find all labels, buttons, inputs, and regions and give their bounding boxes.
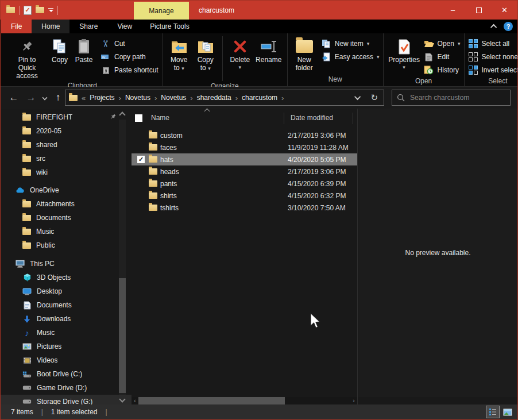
scroll-down-icon[interactable] [119, 396, 125, 402]
manage-contextual-tab[interactable]: Manage [134, 2, 189, 20]
address-dropdown-icon[interactable] [354, 94, 361, 100]
horizontal-scrollbar[interactable]: ‹ › [132, 397, 357, 404]
properties-button[interactable]: Properties ▾ [387, 36, 422, 71]
chevron-right-icon[interactable]: › [281, 94, 284, 102]
collapse-ribbon-icon[interactable] [490, 24, 497, 30]
sidebar-item-wiki[interactable]: wiki [1, 165, 132, 179]
file-row-pants[interactable]: pants 4/15/2020 6:39 PM [132, 178, 357, 190]
select-all-checkbox[interactable] [135, 114, 142, 122]
scroll-left-icon[interactable]: ‹ [132, 397, 138, 404]
file-row-hats[interactable]: ✓ hats 4/20/2020 5:05 PM [132, 153, 357, 165]
thumbnail-view-button[interactable] [501, 406, 515, 418]
search-box[interactable] [392, 90, 511, 106]
tab-picture-tools[interactable]: Picture Tools [142, 20, 197, 33]
tab-share[interactable]: Share [69, 20, 107, 33]
sidebar-item-music-onedrive[interactable]: Music [1, 225, 132, 238]
invert-selection-button[interactable]: Invert selection [468, 64, 518, 76]
breadcrumb-charcustom[interactable]: charcustom [242, 94, 277, 102]
tab-home[interactable]: Home [32, 20, 69, 33]
maximize-button[interactable] [466, 1, 492, 20]
column-divider[interactable] [353, 113, 353, 124]
file-row-shirts[interactable]: shirts 4/15/2020 6:32 PM [132, 190, 357, 202]
sidebar-item-src[interactable]: src [1, 152, 132, 165]
customize-dropdown-icon[interactable] [48, 8, 53, 12]
sidebar-item-2020-05[interactable]: 2020-05 [1, 124, 132, 138]
breadcrumb-projects[interactable]: Projects [90, 94, 114, 102]
paste-shortcut-button[interactable]: Paste shortcut [100, 64, 159, 76]
edit-button[interactable]: Edit [424, 51, 461, 63]
forward-button[interactable]: → [24, 87, 38, 109]
file-row-heads[interactable]: heads 2/17/2019 3:06 PM [132, 165, 357, 178]
row-checkbox-checked[interactable]: ✓ [137, 156, 145, 163]
details-view-button[interactable] [486, 406, 500, 418]
tab-view[interactable]: View [107, 20, 142, 33]
column-header-name[interactable]: Name [151, 114, 169, 122]
sidebar-item-documents-onedrive[interactable]: Documents [1, 211, 132, 225]
sidebar-item-public[interactable]: Public [1, 238, 132, 252]
sidebar-item-attachments[interactable]: Attachments [1, 197, 132, 211]
rename-button[interactable]: Rename [254, 36, 284, 65]
sidebar-item-desktop[interactable]: Desktop [1, 284, 132, 298]
sidebar-item-music[interactable]: ♪ Music [1, 326, 132, 340]
scroll-right-icon[interactable]: › [350, 397, 357, 404]
sidebar-item-game-drive-d[interactable]: Game Drive (D:) [1, 381, 132, 395]
chevron-right-icon[interactable]: › [154, 94, 157, 102]
copy-path-button[interactable]: W... Copy path [100, 51, 159, 63]
scrollbar-track[interactable] [138, 397, 350, 404]
search-input[interactable] [410, 94, 496, 102]
new-folder-icon[interactable] [36, 7, 44, 13]
copy-to-button[interactable]: Copyto ▾ [192, 36, 219, 73]
sidebar-item-storage-drive-g[interactable]: Storage Drive (G:) [1, 395, 132, 404]
file-row-custom[interactable]: custom 2/17/2019 3:06 PM [132, 129, 357, 141]
scrollbar-thumb[interactable] [119, 278, 126, 393]
refresh-icon[interactable]: ↻ [370, 93, 378, 103]
breadcrumb-shareddata[interactable]: shareddata [197, 94, 231, 102]
sidebar-item-onedrive[interactable]: OneDrive [1, 183, 132, 197]
cut-button[interactable]: ✂ Cut [100, 38, 159, 49]
open-button[interactable]: Open ▾ [424, 38, 461, 49]
file-row-faces[interactable]: faces 11/9/2019 11:28 AM [132, 141, 357, 153]
help-icon[interactable]: ? [504, 22, 513, 31]
column-divider[interactable] [284, 113, 284, 124]
select-all-button[interactable]: Select all [468, 38, 518, 49]
chevron-right-icon[interactable]: › [119, 94, 121, 102]
sidebar-item-3d-objects[interactable]: 3D Objects [1, 271, 132, 284]
scrollbar-thumb[interactable] [138, 397, 285, 404]
delete-button[interactable]: Delete ▾ [226, 36, 254, 71]
pin-to-quick-access-button[interactable]: Pin to Quickaccess [6, 36, 48, 80]
recent-locations-icon[interactable] [40, 87, 50, 109]
scrollbar-track[interactable] [119, 120, 126, 395]
easy-access-button[interactable]: Easy access ▾ [321, 51, 380, 63]
close-button[interactable]: ✕ [492, 1, 517, 20]
copy-button[interactable]: Copy [48, 36, 72, 65]
new-folder-button[interactable]: Newfolder [291, 36, 318, 73]
sidebar-scrollbar[interactable] [119, 111, 126, 403]
minimize-button[interactable]: – [440, 1, 466, 20]
file-row-tshirts[interactable]: tshirts 3/10/2020 7:50 AM [132, 202, 357, 214]
sidebar-item-pictures[interactable]: Pictures [1, 340, 132, 353]
breadcrumb-novetus[interactable]: Novetus [125, 94, 150, 102]
chevron-right-icon[interactable]: › [190, 94, 192, 102]
chevron-right-icon[interactable]: › [235, 94, 238, 102]
file-menu-button[interactable]: File [1, 20, 32, 33]
sidebar-item-boot-drive-c[interactable]: Boot Drive (C:) [1, 367, 132, 381]
sidebar-item-videos[interactable]: Videos [1, 353, 132, 367]
sidebar-item-this-pc[interactable]: This PC [1, 257, 132, 271]
up-button[interactable]: ↑ [51, 87, 65, 109]
select-none-button[interactable]: Select none [468, 51, 518, 63]
paste-button[interactable]: Paste [72, 36, 96, 65]
properties-check-icon[interactable]: ✓ [24, 6, 32, 15]
sidebar-item-firefight[interactable]: FIREFIGHT [1, 110, 132, 124]
column-header-date-modified[interactable]: Date modified [291, 114, 333, 122]
breadcrumb-novetus-2[interactable]: Novetus [161, 94, 186, 102]
back-button[interactable]: ← [6, 87, 21, 109]
breadcrumb-overflow-icon[interactable]: « [82, 94, 86, 102]
new-item-button[interactable]: New item ▾ [321, 38, 380, 49]
scroll-up-icon[interactable] [119, 111, 125, 118]
sidebar-item-shared[interactable]: shared [1, 138, 132, 152]
history-button[interactable]: History [424, 64, 461, 76]
address-bar[interactable]: « Projects › Novetus › Novetus › sharedd… [65, 90, 384, 106]
sidebar-item-downloads[interactable]: Downloads [1, 312, 132, 326]
move-to-button[interactable]: Moveto ▾ [166, 36, 192, 73]
sidebar-item-documents[interactable]: Documents [1, 298, 132, 312]
